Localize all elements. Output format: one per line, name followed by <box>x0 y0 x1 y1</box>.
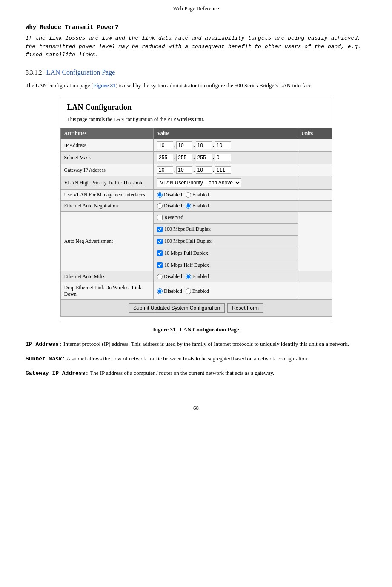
table-row: Gateway IP Address... <box>60 164 332 176</box>
ip-octet-input[interactable] <box>157 154 173 161</box>
checkbox-label[interactable]: 10 Mbps Full Duplex <box>157 249 294 257</box>
radio-input[interactable] <box>186 288 191 294</box>
radio-input[interactable] <box>157 288 163 294</box>
radio-label[interactable]: Enabled <box>186 273 209 280</box>
ip-octet-input[interactable] <box>215 141 231 149</box>
row-value: Disabled Enabled <box>154 271 298 282</box>
radio-label[interactable]: Enabled <box>186 288 209 294</box>
radio-input[interactable] <box>186 192 191 198</box>
ip-dot: . <box>213 167 214 173</box>
row-label: IP Address <box>60 139 154 152</box>
checkbox-label[interactable]: 100 Mbps Half Duplex <box>157 237 294 245</box>
why-heading: Why Reduce Transmit Power? <box>26 24 366 31</box>
radio-input[interactable] <box>157 274 163 279</box>
table-row: IP Address... <box>60 139 332 152</box>
row-unit <box>298 201 332 212</box>
ip-dot: . <box>174 142 175 149</box>
col-header-units: Units <box>298 128 332 139</box>
row-unit <box>298 152 332 164</box>
section-number: 8.3.1.2 <box>26 69 42 76</box>
lan-config-desc: This page controls the LAN configuration… <box>60 116 332 128</box>
descriptions-container: IP Address: Internet protocol (IP) addre… <box>26 340 366 378</box>
ip-octet-input[interactable] <box>176 166 192 174</box>
checkbox-label[interactable]: Reserved <box>157 213 294 222</box>
col-header-attributes: Attributes <box>60 128 154 139</box>
vlan-select[interactable]: VLAN User Priority 1 and Above <box>157 178 241 187</box>
row-label: Use VLAN For Management Interfaces <box>60 190 154 201</box>
radio-input[interactable] <box>186 274 191 279</box>
ip-octet-input[interactable] <box>176 141 192 149</box>
ip-octet-input[interactable] <box>215 154 231 161</box>
row-unit <box>298 139 332 152</box>
row-unit <box>298 176 332 190</box>
page-number: 68 <box>0 405 392 420</box>
ip-dot: . <box>174 167 175 173</box>
checkbox-label[interactable]: 10 Mbps Half Duplex <box>157 261 294 269</box>
radio-label[interactable]: Enabled <box>186 203 209 209</box>
reset-button[interactable]: Reset Form <box>227 303 263 313</box>
ip-octet-input[interactable] <box>176 154 192 161</box>
ip-octet-input[interactable] <box>157 141 173 149</box>
ip-octet-input[interactable] <box>196 166 212 174</box>
ip-dot: . <box>193 154 195 161</box>
ip-dot: . <box>174 154 175 161</box>
row-unit <box>298 190 332 201</box>
figure-ref: Figure 31 <box>93 82 116 89</box>
radio-label[interactable]: Disabled <box>157 273 182 280</box>
table-row: Use VLAN For Management Interfaces Disab… <box>60 190 332 201</box>
checkbox-input[interactable] <box>157 227 163 232</box>
row-value: Disabled Enabled <box>154 201 298 212</box>
figure-caption: Figure 31 LAN Configuration Page <box>26 326 366 333</box>
section-intro: The LAN configuration page (Figure 31) i… <box>26 81 366 90</box>
ip-octet-input[interactable] <box>157 166 173 174</box>
row-label: Gateway IP Address <box>60 164 154 176</box>
checkbox-input[interactable] <box>157 239 163 244</box>
row-unit <box>298 271 332 282</box>
ip-dot: . <box>213 154 214 161</box>
radio-input[interactable] <box>157 203 163 209</box>
row-label: Ethernet Auto Mdix <box>60 271 154 282</box>
section-title: LAN Configuration Page <box>46 69 115 76</box>
row-value: Disabled Enabled <box>154 282 298 300</box>
ip-octet-input[interactable] <box>196 141 212 149</box>
submit-cell: Submit Updated System ConfigurationReset… <box>60 300 332 317</box>
checkbox-label[interactable]: 100 Mbps Full Duplex <box>157 225 294 233</box>
ip-octet-input[interactable] <box>196 154 212 161</box>
desc-term: IP Address: <box>26 341 62 348</box>
ip-dot: . <box>193 167 195 173</box>
row-label: Drop Ethernet Link On Wireless Link Down <box>60 282 154 300</box>
row-value: ... <box>154 139 298 152</box>
row-value: VLAN User Priority 1 and Above <box>154 176 298 190</box>
page-header: Web Page Reference <box>0 0 392 15</box>
lan-table: Attributes Value Units IP Address...Subn… <box>60 128 332 317</box>
radio-label[interactable]: Disabled <box>157 192 182 198</box>
why-paragraph: If the link losses are low and the link … <box>26 34 366 59</box>
radio-label[interactable]: Disabled <box>157 288 182 294</box>
ip-octet-input[interactable] <box>215 166 231 174</box>
submit-button[interactable]: Submit Updated System Configuration <box>129 303 225 313</box>
row-unit <box>298 212 332 271</box>
row-value: Reserved 100 Mbps Full Duplex 100 Mbps H… <box>154 212 298 271</box>
lan-config-title: LAN Configuration <box>60 97 332 116</box>
radio-input[interactable] <box>157 192 163 198</box>
why-section: Why Reduce Transmit Power? If the link l… <box>26 24 366 59</box>
desc-block: IP Address: Internet protocol (IP) addre… <box>26 340 366 349</box>
col-header-value: Value <box>154 128 298 139</box>
table-row: Subnet Mask... <box>60 152 332 164</box>
desc-term: Gateway IP Address: <box>26 370 89 377</box>
table-row: Ethernet Auto Negotiation Disabled Enabl… <box>60 201 332 212</box>
radio-label[interactable]: Disabled <box>157 203 182 209</box>
radio-input[interactable] <box>186 203 191 209</box>
desc-block: Gateway IP Address: The IP address of a … <box>26 369 366 378</box>
row-label: Subnet Mask <box>60 152 154 164</box>
figure-caption-label: Figure 31 LAN Configuration Page <box>153 326 239 333</box>
table-row: Drop Ethernet Link On Wireless Link Down… <box>60 282 332 300</box>
checkbox-input[interactable] <box>157 215 163 220</box>
row-label: Auto Neg Advertisment <box>60 212 154 271</box>
checkbox-input[interactable] <box>157 262 163 268</box>
ip-dot: . <box>213 142 214 149</box>
checkbox-input[interactable] <box>157 250 163 256</box>
row-value: ... <box>154 164 298 176</box>
radio-label[interactable]: Enabled <box>186 192 209 198</box>
header-title: Web Page Reference <box>173 5 219 12</box>
